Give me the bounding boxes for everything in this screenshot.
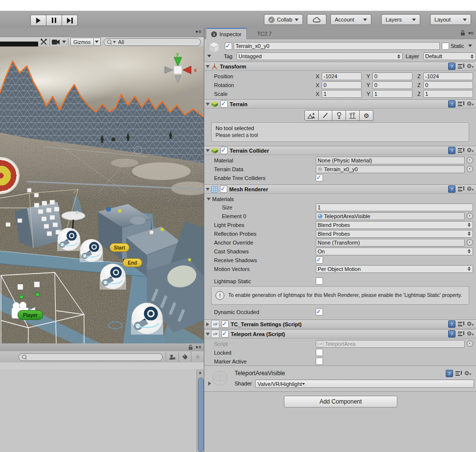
help-icon[interactable]: ? [448, 147, 455, 154]
layer-dropdown[interactable]: Default [423, 52, 476, 60]
object-picker-icon[interactable] [467, 340, 473, 347]
rotation-y-field[interactable]: 0 [372, 81, 412, 89]
help-icon[interactable]: ? [448, 185, 455, 193]
scene-gizmo[interactable]: y x [160, 51, 197, 87]
teleport-area-header[interactable]: c# Teleport Area (Script) ? ⚙▾ [204, 329, 476, 339]
gameobject-fold-icon[interactable] [207, 55, 211, 57]
scene-search[interactable] [104, 38, 201, 46]
transform-header[interactable]: Transform ? ⚙▾ [204, 62, 476, 71]
gear-icon[interactable]: ⚙▾ [467, 186, 474, 193]
fold-icon[interactable] [206, 103, 210, 106]
preset-icon[interactable] [458, 64, 464, 69]
tc-terrain-header[interactable]: c# TC_Terrain Settings (Script) ? ⚙▾ [204, 319, 476, 329]
raise-terrain-tool[interactable] [304, 110, 319, 121]
help-icon[interactable]: ? [448, 330, 455, 338]
terrain-header[interactable]: Terrain ? ⚙▾ [204, 99, 476, 109]
terrain-enabled-checkbox[interactable] [220, 100, 228, 108]
account-dropdown[interactable]: Account [330, 14, 371, 25]
panel-menu-icon[interactable]: ▾≡ [195, 29, 202, 34]
project-search-input[interactable] [28, 354, 159, 361]
preset-icon[interactable] [458, 321, 464, 327]
paint-texture-tool[interactable] [319, 110, 332, 121]
fold-icon[interactable] [206, 322, 209, 326]
rotation-x-field[interactable]: 0 [322, 81, 362, 89]
terrain-data-field[interactable]: Terrain_x0_y0 [316, 165, 465, 173]
receive-shadows-checkbox[interactable] [316, 256, 323, 264]
rotation-z-field[interactable]: 0 [423, 81, 473, 89]
asset-list-area[interactable] [0, 369, 204, 452]
cloud-button[interactable] [307, 14, 326, 25]
static-dropdown-icon[interactable] [468, 45, 472, 47]
start-label[interactable]: Start [109, 243, 130, 252]
motion-vectors-dropdown[interactable]: Per Object Motion [316, 265, 473, 273]
tab-tc27[interactable]: TC2.7 [252, 29, 277, 38]
scene-camera-icon[interactable] [52, 39, 61, 45]
object-picker-icon[interactable] [467, 157, 473, 163]
element0-field[interactable]: TeleportAreaVisible [316, 212, 465, 220]
end-label[interactable]: End [123, 258, 142, 267]
lightmap-static-checkbox[interactable] [316, 277, 323, 285]
gizmos-arrow[interactable] [94, 38, 101, 46]
preset-icon[interactable] [455, 371, 462, 376]
gear-icon[interactable]: ⚙▾ [467, 331, 474, 338]
position-z-field[interactable]: -1024 [423, 72, 473, 80]
materials-foldout[interactable]: Materials [204, 195, 476, 203]
object-picker-icon[interactable] [467, 239, 473, 246]
scene-viewport[interactable]: Start End Player y x Persp [0, 46, 204, 343]
tree-colliders-checkbox[interactable] [316, 174, 323, 181]
play-button[interactable] [30, 15, 46, 26]
tools-icon[interactable] [40, 38, 47, 45]
place-trees-tool[interactable] [332, 110, 346, 121]
dynamic-occluded-checkbox[interactable] [316, 308, 323, 316]
tab-inspector[interactable]: i Inspector [206, 28, 247, 39]
preset-icon[interactable] [458, 148, 464, 153]
bottom-scrollbar[interactable]: ▲ [196, 369, 204, 452]
gear-icon[interactable]: ⚙▾ [467, 321, 474, 328]
panel-menu-icon[interactable]: ▾≡ [468, 30, 474, 36]
panel-menu-icon[interactable]: ▾≡ [195, 344, 202, 350]
gear-icon[interactable]: ⚙▾ [467, 101, 474, 108]
layout-dropdown[interactable]: Layout [430, 14, 471, 25]
scroll-thumb[interactable] [198, 378, 204, 452]
materials-size-field[interactable]: 1 [316, 203, 473, 211]
help-icon[interactable]: ? [446, 370, 453, 377]
paint-details-tool[interactable] [346, 110, 360, 121]
fold-icon[interactable] [206, 149, 210, 152]
project-search[interactable] [19, 353, 163, 361]
gizmo-persp-label[interactable]: Persp [179, 91, 193, 97]
preset-icon[interactable] [458, 331, 464, 337]
position-y-field[interactable]: 0 [372, 72, 412, 80]
tc-enabled-checkbox[interactable] [221, 320, 229, 328]
material-fold-icon[interactable] [208, 382, 211, 385]
object-picker-icon[interactable] [467, 213, 473, 219]
fold-icon[interactable] [206, 333, 210, 336]
renderer-enabled-checkbox[interactable] [220, 185, 227, 193]
gear-icon[interactable]: ⚙▾ [467, 63, 474, 70]
locked-checkbox[interactable] [316, 349, 323, 356]
script-field[interactable]: c# TeleportArea [316, 340, 465, 348]
help-icon[interactable]: ? [448, 63, 455, 70]
gameobject-name-field[interactable] [234, 42, 440, 50]
gear-icon[interactable]: ⚙▾ [464, 370, 471, 377]
scene-search-input[interactable] [117, 39, 197, 45]
help-icon[interactable]: ? [448, 320, 455, 328]
anchor-override-field[interactable]: None (Transform) [316, 239, 465, 247]
active-checkbox[interactable] [225, 43, 232, 50]
tag-dropdown[interactable]: Untagged [237, 52, 403, 60]
camera-dropdown-icon[interactable] [62, 41, 66, 43]
filter-by-label-button[interactable] [178, 352, 191, 362]
teleport-enabled-checkbox[interactable] [221, 330, 229, 338]
light-probes-dropdown[interactable]: Blend Probes [316, 221, 473, 229]
add-component-button[interactable]: Add Component [284, 396, 397, 407]
shader-dropdown[interactable]: Valve/VR/Highlight [255, 380, 474, 388]
terrain-collider-header[interactable]: Terrain Collider ? ⚙▾ [204, 146, 476, 155]
step-button[interactable] [62, 15, 78, 26]
marker-active-checkbox[interactable] [316, 358, 323, 365]
collider-enabled-checkbox[interactable] [220, 147, 228, 154]
physic-material-field[interactable]: None (Physic Material) [316, 157, 465, 164]
position-x-field[interactable]: -1024 [322, 72, 362, 80]
cast-shadows-dropdown[interactable]: On [316, 248, 473, 255]
object-picker-icon[interactable] [467, 166, 473, 172]
preset-icon[interactable] [458, 101, 464, 107]
fold-icon[interactable] [206, 65, 210, 68]
